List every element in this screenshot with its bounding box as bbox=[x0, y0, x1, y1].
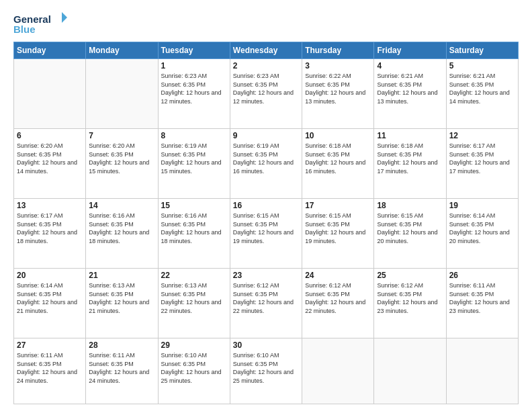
calendar-cell: 27Sunrise: 6:11 AM Sunset: 6:35 PM Dayli… bbox=[14, 338, 86, 404]
header: General Blue bbox=[13, 11, 519, 36]
svg-marker-2 bbox=[55, 12, 67, 23]
page: General Blue SundayMondayTuesdayWednesda… bbox=[0, 0, 532, 411]
calendar-cell: 18Sunrise: 6:15 AM Sunset: 6:35 PM Dayli… bbox=[374, 199, 446, 269]
day-info: Sunrise: 6:15 AM Sunset: 6:35 PM Dayligh… bbox=[305, 212, 371, 245]
day-info: Sunrise: 6:19 AM Sunset: 6:35 PM Dayligh… bbox=[161, 142, 227, 175]
calendar-week-4: 20Sunrise: 6:14 AM Sunset: 6:35 PM Dayli… bbox=[14, 269, 519, 338]
day-info: Sunrise: 6:11 AM Sunset: 6:35 PM Dayligh… bbox=[449, 281, 515, 315]
day-number: 12 bbox=[449, 131, 515, 140]
calendar-header-row: SundayMondayTuesdayWednesdayThursdayFrid… bbox=[14, 42, 519, 59]
day-number: 14 bbox=[89, 201, 154, 210]
logo: General Blue bbox=[13, 11, 67, 36]
calendar-cell: 26Sunrise: 6:11 AM Sunset: 6:35 PM Dayli… bbox=[446, 269, 518, 338]
day-info: Sunrise: 6:11 AM Sunset: 6:35 PM Dayligh… bbox=[89, 351, 154, 385]
day-number: 25 bbox=[377, 271, 443, 280]
day-number: 19 bbox=[449, 201, 515, 210]
calendar-week-5: 27Sunrise: 6:11 AM Sunset: 6:35 PM Dayli… bbox=[14, 338, 519, 404]
day-number: 28 bbox=[89, 340, 154, 350]
calendar-cell: 8Sunrise: 6:19 AM Sunset: 6:35 PM Daylig… bbox=[158, 129, 230, 199]
logo-svg: General Blue bbox=[13, 11, 67, 36]
day-number: 7 bbox=[89, 131, 154, 140]
calendar-header-sunday: Sunday bbox=[14, 42, 86, 59]
calendar-cell bbox=[446, 338, 518, 404]
calendar-cell: 25Sunrise: 6:12 AM Sunset: 6:35 PM Dayli… bbox=[374, 269, 446, 338]
calendar-cell: 30Sunrise: 6:10 AM Sunset: 6:35 PM Dayli… bbox=[230, 338, 302, 404]
calendar-cell: 16Sunrise: 6:15 AM Sunset: 6:35 PM Dayli… bbox=[230, 199, 302, 269]
calendar-cell: 17Sunrise: 6:15 AM Sunset: 6:35 PM Dayli… bbox=[302, 199, 374, 269]
day-number: 17 bbox=[305, 201, 371, 210]
day-number: 15 bbox=[161, 201, 227, 210]
calendar-cell: 4Sunrise: 6:21 AM Sunset: 6:35 PM Daylig… bbox=[374, 59, 446, 129]
calendar-cell: 10Sunrise: 6:18 AM Sunset: 6:35 PM Dayli… bbox=[302, 129, 374, 199]
day-info: Sunrise: 6:15 AM Sunset: 6:35 PM Dayligh… bbox=[233, 212, 299, 245]
calendar-week-1: 1Sunrise: 6:23 AM Sunset: 6:35 PM Daylig… bbox=[14, 59, 519, 129]
calendar-header-wednesday: Wednesday bbox=[230, 42, 302, 59]
calendar-cell: 5Sunrise: 6:21 AM Sunset: 6:35 PM Daylig… bbox=[446, 59, 518, 129]
day-number: 6 bbox=[17, 131, 83, 140]
day-info: Sunrise: 6:13 AM Sunset: 6:35 PM Dayligh… bbox=[161, 281, 227, 315]
day-number: 26 bbox=[449, 271, 515, 280]
calendar-week-2: 6Sunrise: 6:20 AM Sunset: 6:35 PM Daylig… bbox=[14, 129, 519, 199]
day-info: Sunrise: 6:19 AM Sunset: 6:35 PM Dayligh… bbox=[233, 142, 299, 175]
day-info: Sunrise: 6:23 AM Sunset: 6:35 PM Dayligh… bbox=[161, 72, 227, 105]
calendar-cell bbox=[86, 59, 158, 129]
day-info: Sunrise: 6:11 AM Sunset: 6:35 PM Dayligh… bbox=[17, 351, 83, 385]
day-info: Sunrise: 6:16 AM Sunset: 6:35 PM Dayligh… bbox=[89, 212, 154, 245]
calendar-header-friday: Friday bbox=[374, 42, 446, 59]
day-number: 10 bbox=[305, 131, 371, 140]
day-info: Sunrise: 6:20 AM Sunset: 6:35 PM Dayligh… bbox=[17, 142, 83, 175]
day-number: 30 bbox=[233, 340, 299, 350]
calendar-cell: 15Sunrise: 6:16 AM Sunset: 6:35 PM Dayli… bbox=[158, 199, 230, 269]
day-number: 11 bbox=[377, 131, 443, 140]
day-info: Sunrise: 6:18 AM Sunset: 6:35 PM Dayligh… bbox=[377, 142, 443, 175]
day-number: 22 bbox=[161, 271, 227, 280]
calendar-header-tuesday: Tuesday bbox=[158, 42, 230, 59]
day-info: Sunrise: 6:17 AM Sunset: 6:35 PM Dayligh… bbox=[17, 212, 83, 245]
calendar-cell: 29Sunrise: 6:10 AM Sunset: 6:35 PM Dayli… bbox=[158, 338, 230, 404]
calendar-cell: 1Sunrise: 6:23 AM Sunset: 6:35 PM Daylig… bbox=[158, 59, 230, 129]
calendar-cell: 23Sunrise: 6:12 AM Sunset: 6:35 PM Dayli… bbox=[230, 269, 302, 338]
day-number: 18 bbox=[377, 201, 443, 210]
calendar-cell: 13Sunrise: 6:17 AM Sunset: 6:35 PM Dayli… bbox=[14, 199, 86, 269]
day-info: Sunrise: 6:16 AM Sunset: 6:35 PM Dayligh… bbox=[161, 212, 227, 245]
calendar-cell: 24Sunrise: 6:12 AM Sunset: 6:35 PM Dayli… bbox=[302, 269, 374, 338]
calendar-cell: 9Sunrise: 6:19 AM Sunset: 6:35 PM Daylig… bbox=[230, 129, 302, 199]
day-info: Sunrise: 6:14 AM Sunset: 6:35 PM Dayligh… bbox=[449, 212, 515, 245]
day-info: Sunrise: 6:18 AM Sunset: 6:35 PM Dayligh… bbox=[305, 142, 371, 175]
calendar-cell bbox=[302, 338, 374, 404]
day-number: 9 bbox=[233, 131, 299, 140]
day-number: 3 bbox=[305, 61, 371, 71]
svg-text:Blue: Blue bbox=[13, 24, 36, 35]
calendar-cell bbox=[14, 59, 86, 129]
calendar-cell: 20Sunrise: 6:14 AM Sunset: 6:35 PM Dayli… bbox=[14, 269, 86, 338]
day-number: 29 bbox=[161, 340, 227, 350]
calendar-cell: 28Sunrise: 6:11 AM Sunset: 6:35 PM Dayli… bbox=[86, 338, 158, 404]
day-info: Sunrise: 6:17 AM Sunset: 6:35 PM Dayligh… bbox=[449, 142, 515, 175]
day-info: Sunrise: 6:10 AM Sunset: 6:35 PM Dayligh… bbox=[233, 351, 299, 385]
day-info: Sunrise: 6:10 AM Sunset: 6:35 PM Dayligh… bbox=[161, 351, 227, 385]
calendar-cell: 3Sunrise: 6:22 AM Sunset: 6:35 PM Daylig… bbox=[302, 59, 374, 129]
day-info: Sunrise: 6:21 AM Sunset: 6:35 PM Dayligh… bbox=[377, 72, 443, 105]
calendar-cell: 2Sunrise: 6:23 AM Sunset: 6:35 PM Daylig… bbox=[230, 59, 302, 129]
day-info: Sunrise: 6:12 AM Sunset: 6:35 PM Dayligh… bbox=[305, 281, 371, 315]
day-info: Sunrise: 6:23 AM Sunset: 6:35 PM Dayligh… bbox=[233, 72, 299, 105]
calendar-header-monday: Monday bbox=[86, 42, 158, 59]
day-number: 1 bbox=[161, 61, 227, 71]
calendar-cell: 19Sunrise: 6:14 AM Sunset: 6:35 PM Dayli… bbox=[446, 199, 518, 269]
calendar-cell: 6Sunrise: 6:20 AM Sunset: 6:35 PM Daylig… bbox=[14, 129, 86, 199]
day-number: 20 bbox=[17, 271, 83, 280]
day-info: Sunrise: 6:22 AM Sunset: 6:35 PM Dayligh… bbox=[305, 72, 371, 105]
day-number: 8 bbox=[161, 131, 227, 140]
day-number: 23 bbox=[233, 271, 299, 280]
day-number: 16 bbox=[233, 201, 299, 210]
day-info: Sunrise: 6:15 AM Sunset: 6:35 PM Dayligh… bbox=[377, 212, 443, 245]
calendar-week-3: 13Sunrise: 6:17 AM Sunset: 6:35 PM Dayli… bbox=[14, 199, 519, 269]
day-info: Sunrise: 6:20 AM Sunset: 6:35 PM Dayligh… bbox=[89, 142, 154, 175]
day-info: Sunrise: 6:14 AM Sunset: 6:35 PM Dayligh… bbox=[17, 281, 83, 315]
day-number: 24 bbox=[305, 271, 371, 280]
day-number: 5 bbox=[449, 61, 515, 71]
day-number: 4 bbox=[377, 61, 443, 71]
day-info: Sunrise: 6:13 AM Sunset: 6:35 PM Dayligh… bbox=[89, 281, 154, 315]
calendar-header-thursday: Thursday bbox=[302, 42, 374, 59]
day-info: Sunrise: 6:12 AM Sunset: 6:35 PM Dayligh… bbox=[233, 281, 299, 315]
